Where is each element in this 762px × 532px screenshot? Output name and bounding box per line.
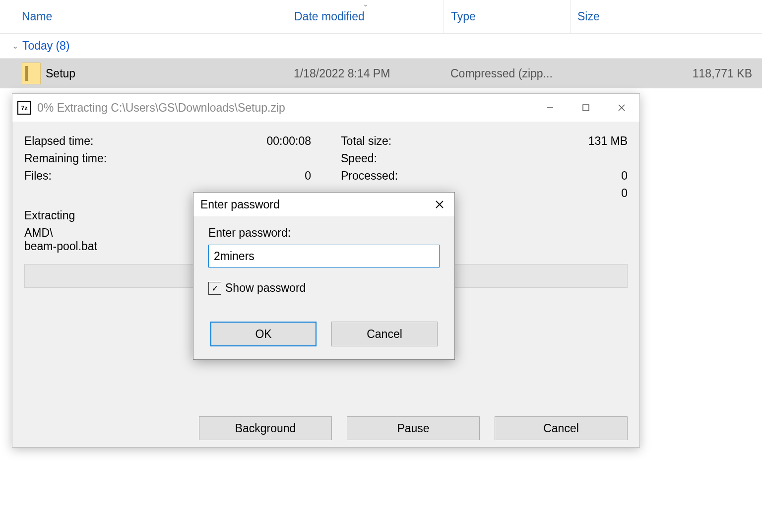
background-button[interactable]: Background: [199, 416, 332, 440]
show-password-label: Show password: [225, 281, 306, 295]
fourth-right-value: 0: [621, 187, 628, 200]
total-value: 131 MB: [588, 134, 628, 148]
group-label: Today: [22, 39, 53, 53]
dialog-titlebar[interactable]: Enter password: [193, 193, 454, 216]
sevenzip-logo-icon: 7z: [17, 101, 31, 115]
file-size: 118,771 KB: [570, 67, 762, 80]
minimize-button[interactable]: [532, 94, 568, 122]
show-password-checkbox[interactable]: ✓ Show password: [208, 281, 440, 295]
speed-label: Speed:: [341, 152, 377, 165]
close-icon: [618, 104, 626, 112]
file-type: Compressed (zipp...: [444, 67, 570, 80]
elapsed-label: Elapsed time:: [24, 134, 93, 148]
column-type-header[interactable]: Type: [444, 0, 570, 33]
file-name: Setup: [46, 67, 287, 80]
minimize-icon: [546, 104, 554, 112]
sort-arrow-icon: ⌄: [363, 0, 369, 8]
total-label: Total size:: [341, 134, 391, 148]
ok-button[interactable]: OK: [210, 322, 317, 346]
close-button[interactable]: [604, 94, 639, 122]
files-label: Files:: [24, 169, 52, 183]
file-row-setup[interactable]: Setup 1/18/2022 8:14 PM Compressed (zipp…: [0, 59, 762, 88]
column-date-label: Date modified: [294, 10, 365, 23]
column-headers: Name ⌄ Date modified Type Size: [0, 0, 762, 34]
files-value: 0: [305, 169, 311, 183]
password-label: Enter password:: [208, 226, 440, 240]
close-icon: [435, 200, 444, 209]
titlebar[interactable]: 7z 0% Extracting C:\Users\GS\Downloads\S…: [12, 94, 639, 122]
password-dialog: Enter password Enter password: ✓ Show pa…: [193, 192, 455, 360]
dialog-title: Enter password: [200, 198, 280, 211]
window-title: 0% Extracting C:\Users\GS\Downloads\Setu…: [37, 101, 532, 115]
processed-label: Processed:: [341, 169, 398, 183]
password-input[interactable]: [208, 245, 440, 267]
group-row-today[interactable]: ⌄ Today (8): [0, 34, 762, 59]
cancel-button[interactable]: Cancel: [495, 416, 628, 440]
group-count: (8): [56, 39, 69, 53]
svg-rect-1: [583, 105, 589, 111]
file-date: 1/18/2022 8:14 PM: [287, 67, 444, 80]
elapsed-value: 00:00:08: [266, 134, 311, 148]
checkbox-checked-icon: ✓: [208, 282, 221, 295]
dialog-cancel-button[interactable]: Cancel: [331, 322, 438, 346]
maximize-icon: [582, 104, 589, 111]
pause-button[interactable]: Pause: [347, 416, 480, 440]
remaining-label: Remaining time:: [24, 152, 107, 165]
dialog-close-button[interactable]: [425, 193, 454, 216]
zip-folder-icon: [22, 63, 41, 84]
chevron-down-icon: ⌄: [12, 41, 18, 51]
column-size-header[interactable]: Size: [570, 0, 762, 33]
column-date-header[interactable]: ⌄ Date modified: [287, 0, 444, 33]
processed-value: 0: [621, 169, 628, 183]
column-name-header[interactable]: Name: [0, 10, 287, 23]
maximize-button[interactable]: [568, 94, 604, 122]
